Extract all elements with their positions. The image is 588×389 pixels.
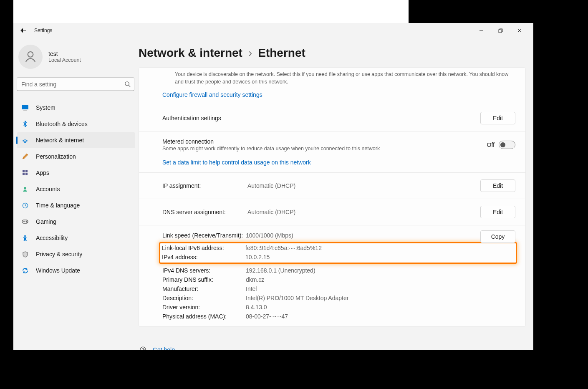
svg-point-13 (26, 221, 27, 222)
svg-rect-3 (22, 105, 28, 109)
firewall-link[interactable]: Configure firewall and security settings (162, 91, 515, 98)
property-label: Driver version: (162, 304, 246, 311)
network-icon (20, 136, 30, 144)
sidebar-item-accessibility[interactable]: Accessibility (17, 230, 135, 246)
account-name: test (48, 51, 81, 57)
dns-assign-label: DNS server assignment: (162, 209, 246, 215)
sidebar-item-label: Gaming (36, 218, 56, 225)
close-button[interactable] (510, 23, 529, 38)
property-value: Intel (246, 285, 515, 292)
data-limit-link[interactable]: Set a data limit to help control data us… (162, 159, 515, 166)
white-tab-background (13, 0, 409, 23)
auth-section: Authentication settings Edit (139, 105, 525, 131)
ethernet-panel: Your device is discoverable on the netwo… (139, 67, 526, 327)
svg-rect-0 (499, 30, 502, 33)
time-icon (20, 201, 30, 210)
properties-section: Copy Link speed (Receive/Transmit):1000/… (139, 225, 525, 326)
property-row: Physical address (MAC):08-00-27-··-··-47 (162, 313, 515, 320)
property-label: Primary DNS suffix: (162, 276, 246, 283)
sidebar-item-label: Privacy & security (36, 251, 82, 258)
svg-rect-7 (25, 170, 28, 172)
copy-button[interactable]: Copy (480, 230, 515, 243)
svg-rect-4 (23, 110, 27, 111)
dns-assign-value: Automatic (DHCP) (247, 209, 480, 215)
property-value: 08-00-27-··-··-47 (246, 313, 515, 320)
metered-toggle[interactable] (499, 141, 515, 149)
breadcrumb: Network & internet › Ethernet (139, 38, 526, 67)
property-label: Link speed (Receive/Transmit): (162, 232, 246, 239)
content-area: Network & internet › Ethernet Your devic… (139, 38, 533, 350)
ip-assign-edit-button[interactable]: Edit (480, 179, 515, 192)
property-value: 10.0.2.15 (245, 254, 514, 260)
property-value: Intel(R) PRO/1000 MT Desktop Adapter (246, 295, 515, 301)
sidebar-item-label: Time & language (36, 202, 80, 209)
ip-assign-label: IP assignment: (162, 182, 246, 189)
settings-window: Settings (13, 23, 533, 350)
window-title: Settings (34, 28, 52, 33)
sidebar-item-privacy[interactable]: Privacy & security (17, 246, 135, 262)
maximize-button[interactable] (491, 23, 510, 38)
titlebar: Settings (13, 23, 533, 38)
metered-title: Metered connection (162, 138, 487, 145)
property-label: Manufacturer: (162, 285, 246, 292)
avatar (18, 45, 43, 69)
property-value: 192.168.0.1 (Unencrypted) (246, 267, 515, 274)
sidebar-item-label: Windows Update (36, 267, 80, 274)
property-value: 1000/1000 (Mbps) (246, 232, 515, 239)
svg-point-5 (25, 142, 25, 143)
property-value: dkm.cz (246, 276, 515, 283)
property-row: Primary DNS suffix:dkm.cz (162, 276, 515, 283)
dns-assign-edit-button[interactable]: Edit (480, 206, 515, 218)
search-box[interactable] (17, 77, 134, 91)
property-row: Manufacturer:Intel (162, 285, 515, 292)
dns-assignment-section: DNS server assignment: Automatic (DHCP) … (139, 199, 525, 225)
property-label: Physical address (MAC): (162, 313, 246, 320)
bluetooth-icon (20, 120, 30, 128)
apps-icon (20, 169, 30, 177)
metered-state: Off (487, 141, 495, 148)
sidebar-item-bluetooth[interactable]: Bluetooth & devices (17, 116, 135, 132)
sidebar-item-label: System (36, 104, 56, 111)
property-label: IPv4 DNS servers: (162, 267, 246, 274)
ip-assignment-section: IP assignment: Automatic (DHCP) Edit (139, 173, 525, 199)
gaming-icon (20, 217, 30, 226)
sidebar-item-accounts[interactable]: Accounts (17, 181, 135, 197)
svg-rect-8 (23, 173, 25, 175)
discoverability-desc: Your device is discoverable on the netwo… (175, 71, 515, 86)
accounts-icon (20, 185, 30, 193)
property-row: Description:Intel(R) PRO/1000 MT Desktop… (162, 295, 515, 301)
auth-edit-button[interactable]: Edit (480, 112, 515, 124)
search-input[interactable] (17, 81, 121, 88)
property-row: IPv4 DNS servers:192.168.0.1 (Unencrypte… (162, 267, 515, 274)
back-button[interactable] (20, 27, 27, 34)
get-help-link[interactable]: Get help (153, 346, 175, 350)
nav-list: SystemBluetooth & devicesNetwork & inter… (15, 97, 137, 279)
property-value: fe80::91d4:c65a:····:6ad5%12 (245, 245, 514, 251)
accessibility-icon (20, 234, 30, 242)
sidebar-item-update[interactable]: Windows Update (17, 263, 135, 278)
svg-point-2 (125, 82, 129, 86)
minimize-button[interactable] (472, 23, 491, 38)
svg-point-14 (27, 222, 28, 222)
property-row: Link speed (Receive/Transmit):1000/1000 … (162, 232, 515, 239)
account-block[interactable]: test Local Account (15, 41, 137, 77)
search-icon (121, 81, 134, 87)
sidebar-item-time[interactable]: Time & language (17, 197, 135, 213)
sidebar-item-personalization[interactable]: Personalization (17, 149, 135, 164)
sidebar-item-gaming[interactable]: Gaming (17, 214, 135, 230)
breadcrumb-parent[interactable]: Network & internet (139, 46, 242, 60)
sidebar-item-label: Accessibility (36, 235, 68, 241)
property-label: Link-local IPv6 address: (162, 245, 245, 251)
help-icon (139, 346, 147, 350)
sidebar-item-network[interactable]: Network & internet (17, 132, 135, 148)
svg-point-10 (24, 187, 26, 189)
sidebar-item-label: Accounts (36, 186, 60, 192)
sidebar-item-system[interactable]: System (17, 100, 135, 116)
sidebar-item-apps[interactable]: Apps (17, 165, 135, 181)
svg-point-16 (140, 347, 146, 350)
account-type: Local Account (48, 57, 81, 63)
update-icon (20, 266, 30, 275)
sidebar-item-label: Bluetooth & devices (36, 121, 88, 127)
svg-rect-9 (25, 173, 28, 175)
svg-point-15 (24, 235, 26, 237)
